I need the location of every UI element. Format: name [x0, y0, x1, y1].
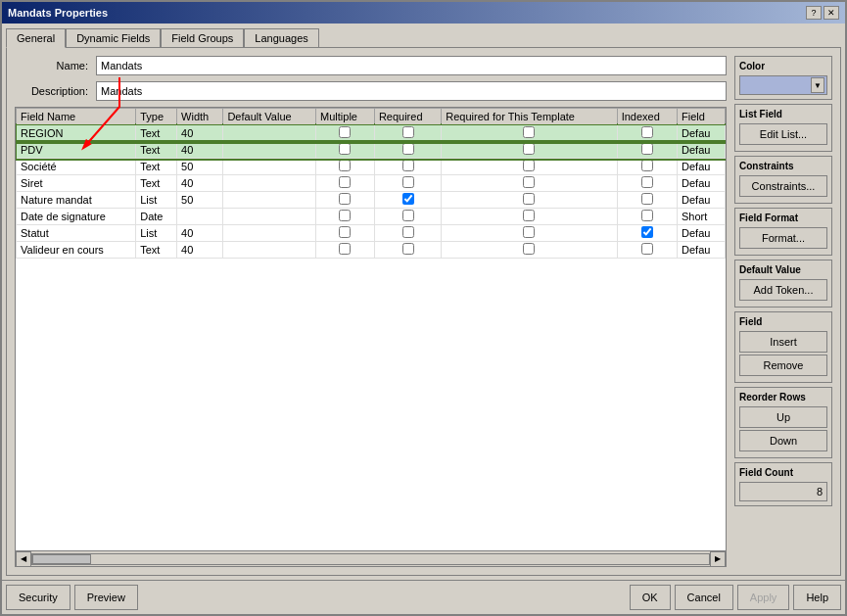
col-default-value[interactable]: Default Value [223, 109, 316, 125]
format-button[interactable]: Format... [739, 227, 827, 249]
checkbox-required[interactable] [402, 210, 414, 221]
color-dropdown[interactable]: ▼ [739, 75, 827, 95]
scroll-right-btn[interactable]: ▶ [710, 551, 726, 567]
checkbox-multiple[interactable] [339, 226, 351, 238]
checkbox-multiple[interactable] [339, 126, 351, 138]
horizontal-scrollbar[interactable]: ◀ ▶ [16, 550, 726, 566]
checkbox-required-template[interactable] [523, 160, 535, 171]
window-title: Mandats Properties [8, 7, 108, 19]
checkbox-indexed[interactable] [641, 210, 653, 221]
checkbox-multiple[interactable] [339, 210, 351, 221]
scroll-left-btn[interactable]: ◀ [16, 551, 31, 567]
col-type[interactable]: Type [136, 109, 177, 125]
checkbox-required-template[interactable] [523, 243, 535, 255]
table-row[interactable]: SociétéText50Defau [17, 159, 726, 175]
tab-dynamic-fields[interactable]: Dynamic Fields [66, 28, 161, 48]
checkbox-indexed[interactable] [641, 143, 653, 155]
checkbox-required[interactable] [402, 126, 414, 138]
description-label: Description: [15, 85, 88, 97]
checkbox-required-template[interactable] [523, 193, 535, 205]
tab-languages[interactable]: Languages [244, 28, 318, 48]
checkbox-required[interactable] [402, 226, 414, 238]
h-scrollbar-track[interactable] [31, 553, 710, 565]
checkbox-required-template[interactable] [523, 143, 535, 155]
field-format-section: Field Format Format... [734, 208, 832, 256]
title-bar-buttons: ? ✕ [806, 6, 839, 20]
preview-button[interactable]: Preview [74, 585, 138, 610]
table-row[interactable]: PDVText40Defau [17, 142, 726, 159]
tab-field-groups[interactable]: Field Groups [161, 28, 244, 48]
checkbox-required[interactable] [402, 143, 414, 155]
table-row[interactable]: StatutList40Defau [17, 225, 726, 242]
insert-button[interactable]: Insert [739, 331, 827, 353]
security-button[interactable]: Security [6, 585, 71, 610]
checkbox-indexed[interactable] [641, 243, 653, 255]
right-panel: Color ▼ List Field Edit List... Constrai… [734, 56, 832, 567]
col-field-format[interactable]: Field [678, 109, 726, 125]
color-title: Color [739, 61, 827, 71]
checkbox-indexed[interactable] [641, 193, 653, 205]
col-width[interactable]: Width [177, 109, 223, 125]
checkbox-multiple[interactable] [339, 143, 351, 155]
ok-button[interactable]: OK [630, 585, 671, 610]
reorder-title: Reorder Rows [739, 392, 827, 403]
default-value-section: Default Value Add Token... [734, 260, 832, 308]
h-scrollbar-thumb[interactable] [32, 554, 91, 564]
checkbox-required[interactable] [402, 243, 414, 255]
table-wrapper[interactable]: Field Name Type Width Default Value Mult… [16, 108, 726, 550]
col-field-name[interactable]: Field Name [17, 109, 136, 125]
color-section: Color ▼ [734, 56, 832, 100]
col-required[interactable]: Required [374, 109, 441, 125]
edit-list-button[interactable]: Edit List... [739, 123, 827, 145]
apply-button[interactable]: Apply [737, 585, 790, 610]
field-title: Field [739, 316, 827, 327]
constraints-button[interactable]: Constraints... [739, 175, 827, 197]
main-area: Name: Description: Field Name Type [15, 56, 727, 567]
help-button[interactable]: Help [793, 585, 841, 610]
field-count-input[interactable] [739, 482, 827, 501]
list-field-section: List Field Edit List... [734, 104, 832, 152]
checkbox-multiple[interactable] [339, 193, 351, 205]
checkbox-required[interactable] [402, 160, 414, 171]
tab-content: Name: Description: Field Name Type [6, 47, 841, 576]
checkbox-required-template[interactable] [523, 226, 535, 238]
description-input[interactable] [96, 81, 727, 101]
checkbox-indexed[interactable] [641, 226, 653, 238]
reorder-section: Reorder Rows Up Down [734, 387, 832, 458]
checkbox-indexed[interactable] [641, 126, 653, 138]
remove-button[interactable]: Remove [739, 355, 827, 376]
checkbox-required-template[interactable] [523, 176, 535, 188]
col-required-template[interactable]: Required for This Template [442, 109, 617, 125]
checkbox-required-template[interactable] [523, 210, 535, 221]
help-title-button[interactable]: ? [806, 6, 822, 20]
checkbox-indexed[interactable] [641, 160, 653, 171]
window-body: General Dynamic Fields Field Groups Lang… [2, 24, 845, 580]
tab-general[interactable]: General [6, 28, 66, 48]
table-row[interactable]: Valideur en coursText40Defau [17, 242, 726, 259]
table-row[interactable]: REGIONText40Defau [17, 125, 726, 142]
default-value-title: Default Value [739, 264, 827, 275]
cancel-button[interactable]: Cancel [675, 585, 733, 610]
col-multiple[interactable]: Multiple [316, 109, 375, 125]
checkbox-multiple[interactable] [339, 160, 351, 171]
close-title-button[interactable]: ✕ [823, 6, 839, 20]
description-row: Description: [15, 81, 727, 101]
table-row[interactable]: Nature mandatList50Defau [17, 192, 726, 209]
checkbox-required[interactable] [402, 193, 414, 205]
checkbox-required-template[interactable] [523, 126, 535, 138]
checkbox-required[interactable] [402, 176, 414, 188]
name-input[interactable] [96, 56, 727, 75]
add-token-button[interactable]: Add Token... [739, 279, 827, 301]
fields-table: Field Name Type Width Default Value Mult… [16, 108, 726, 259]
checkbox-indexed[interactable] [641, 176, 653, 188]
table-row[interactable]: Date de signatureDateShort [17, 209, 726, 225]
checkbox-multiple[interactable] [339, 176, 351, 188]
col-indexed[interactable]: Indexed [617, 109, 677, 125]
checkbox-multiple[interactable] [339, 243, 351, 255]
down-button[interactable]: Down [739, 430, 827, 451]
constraints-section: Constraints Constraints... [734, 156, 832, 204]
color-dropdown-arrow[interactable]: ▼ [811, 77, 824, 93]
main-window: Mandats Properties ? ✕ General Dynamic F… [0, 0, 847, 616]
up-button[interactable]: Up [739, 406, 827, 428]
table-row[interactable]: SiretText40Defau [17, 175, 726, 192]
